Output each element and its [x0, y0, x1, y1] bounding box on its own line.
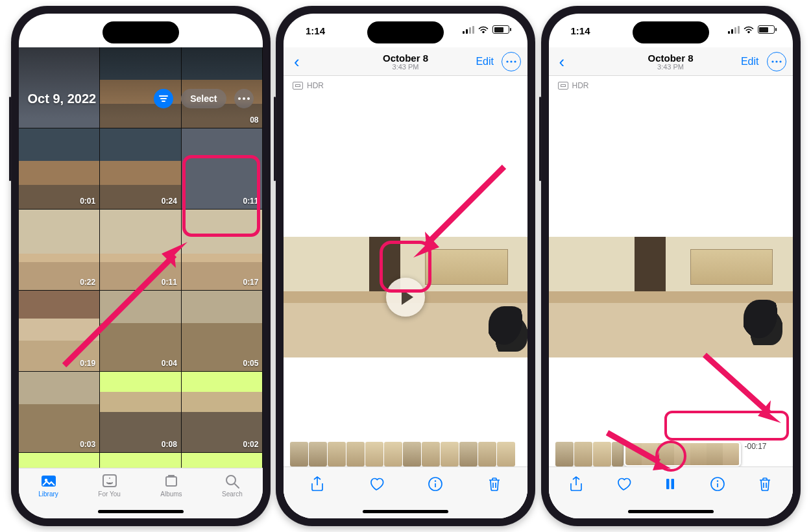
back-button[interactable]: ‹ [555, 53, 569, 70]
display-icon [558, 82, 568, 90]
video-viewer[interactable]: HDR [284, 76, 527, 518]
delete-button[interactable] [750, 469, 780, 499]
play-button[interactable] [386, 278, 425, 317]
battery-icon [492, 25, 509, 34]
more-options-button[interactable] [767, 52, 786, 71]
video-thumbnail[interactable]: 0:03 [19, 372, 100, 452]
thumbnail-duration: 08 [250, 115, 258, 125]
phone-video-paused: 1:14 ‹ October 8 3:43 PM Edit [276, 6, 535, 526]
nav-bar: ‹ October 8 3:43 PM Edit [549, 47, 793, 76]
thumbnail-duration: 0:08 [162, 440, 177, 449]
svg-point-2 [247, 97, 250, 100]
home-indicator[interactable] [628, 510, 714, 513]
video-thumbnail[interactable]: 08 [182, 47, 263, 128]
annotation-arrow-scrubber [698, 348, 789, 426]
video-thumbnail[interactable]: 0:05 [182, 291, 263, 371]
tab-albums[interactable]: Albums [160, 473, 182, 498]
wifi-icon [213, 26, 224, 34]
video-thumbnail[interactable]: 0:24 [100, 128, 181, 209]
info-button[interactable] [703, 469, 732, 499]
filter-button[interactable] [154, 89, 173, 108]
status-time: 1:13 [41, 25, 60, 36]
svg-rect-23 [672, 479, 675, 489]
thumbnail-duration: 0:05 [243, 359, 258, 368]
video-thumbnail[interactable]: 0:08 [100, 372, 181, 452]
video-thumbnail[interactable]: 0:19 [19, 291, 100, 371]
share-button[interactable] [561, 469, 591, 499]
phone-library: 1:13 Oct 9, 2022 Select 080:010:240:11 [11, 6, 271, 526]
thumbnail-duration: 0:17 [243, 278, 258, 287]
tab-search[interactable]: Search [222, 473, 243, 498]
svg-rect-22 [666, 479, 670, 489]
svg-point-18 [434, 480, 435, 481]
video-thumbnail[interactable]: 0:11 [182, 128, 263, 209]
thumbnail-duration: 0:02 [243, 440, 258, 449]
back-button[interactable]: ‹ [290, 53, 304, 70]
svg-point-13 [510, 60, 512, 62]
video-thumbnail[interactable]: 0:03 [19, 453, 100, 468]
home-indicator[interactable] [98, 510, 184, 513]
video-viewer[interactable]: HDR -00:17 [549, 76, 793, 518]
share-button[interactable] [302, 469, 332, 499]
video-thumbnail[interactable] [19, 47, 100, 128]
info-button[interactable] [420, 469, 450, 499]
video-thumbnail[interactable]: 0:03 [182, 453, 263, 468]
video-thumbnail[interactable]: 0:02 [182, 372, 263, 452]
video-thumbnail[interactable]: 0:04 [100, 291, 181, 371]
thumbnail-duration: 0:01 [80, 197, 95, 206]
edit-button[interactable]: Edit [741, 56, 759, 67]
thumbnail-duration: 0:11 [243, 197, 258, 206]
thumbnail-duration: 0:04 [162, 359, 177, 368]
home-indicator[interactable] [363, 510, 448, 513]
edit-button[interactable]: Edit [476, 56, 494, 67]
svg-rect-8 [166, 477, 176, 486]
bottom-toolbar [284, 466, 527, 500]
annotation-highlight-scrubber [664, 411, 789, 441]
svg-point-20 [775, 60, 777, 62]
video-thumbnail[interactable]: 0:03 [100, 453, 181, 468]
filmstrip[interactable] [284, 442, 527, 466]
phone-video-playing: 1:14 ‹ October 8 3:43 PM Edit [541, 6, 801, 526]
svg-rect-7 [103, 475, 116, 487]
video-thumbnail[interactable]: 0:22 [19, 210, 100, 290]
svg-line-15 [426, 167, 504, 245]
pause-button[interactable] [655, 469, 685, 499]
svg-line-26 [705, 355, 769, 413]
wifi-icon [478, 26, 489, 34]
svg-point-0 [238, 97, 241, 100]
video-thumbnail[interactable] [100, 47, 181, 128]
svg-line-11 [235, 484, 239, 488]
battery-icon [758, 25, 775, 34]
tab-library[interactable]: Library [38, 473, 58, 498]
select-button[interactable]: Select [181, 89, 226, 108]
cellular-icon [463, 26, 474, 34]
tab-foryou[interactable]: For You [98, 473, 120, 498]
more-options-button[interactable] [502, 52, 521, 71]
delete-button[interactable] [479, 469, 509, 499]
scrub-time-remaining: -00:17 [744, 442, 766, 451]
bottom-toolbar [549, 466, 793, 500]
library-grid[interactable]: 080:010:240:110:220:110:170:190:040:050:… [19, 47, 263, 468]
library-date: Oct 9, 2022 [28, 91, 97, 106]
more-button[interactable] [234, 89, 254, 108]
dynamic-island [367, 21, 444, 43]
thumbnail-duration: 0:03 [80, 440, 95, 449]
svg-point-1 [243, 97, 245, 100]
svg-point-12 [506, 60, 508, 62]
hdr-badge: HDR [558, 81, 589, 90]
status-time: 1:14 [571, 25, 590, 36]
status-time: 1:14 [306, 25, 325, 36]
video-thumbnail[interactable]: 0:17 [182, 210, 263, 290]
favorite-button[interactable] [361, 469, 391, 499]
video-thumbnail[interactable]: 0:11 [100, 210, 181, 290]
dynamic-island [633, 21, 709, 43]
dynamic-island [103, 21, 179, 43]
scrubber[interactable] [624, 442, 741, 466]
video-thumbnail[interactable]: 0:01 [19, 128, 100, 209]
wifi-icon [744, 26, 754, 34]
display-icon [293, 82, 303, 90]
favorite-button[interactable] [609, 469, 638, 499]
cellular-icon [198, 26, 210, 34]
svg-point-19 [771, 60, 773, 62]
thumbnail-duration: 0:19 [80, 359, 95, 368]
